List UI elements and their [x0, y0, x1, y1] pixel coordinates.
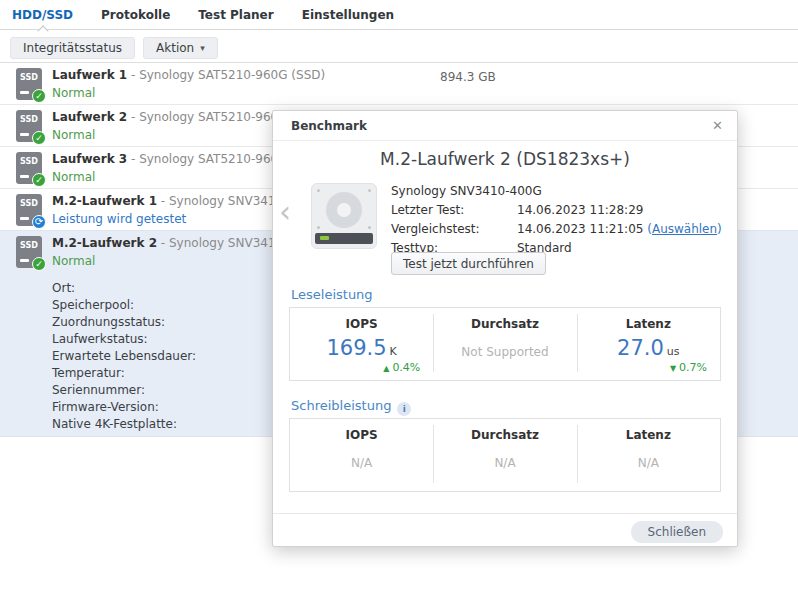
read-throughput-column: Durchsatz Not Supported [433, 308, 576, 380]
ssd-icon-label: SSD [16, 157, 42, 166]
tab-label: Test Planer [198, 8, 273, 22]
column-header-latenz: Latenz [577, 317, 720, 331]
tab-label: Protokolle [101, 8, 170, 22]
status-ok-icon: ✓ [32, 131, 46, 145]
caret-down-icon: ▾ [200, 43, 205, 53]
tab-label: HDD/SSD [12, 8, 73, 22]
write-iops-value: N/A [290, 456, 433, 470]
ssd-icon-label: SSD [16, 199, 42, 208]
ssd-connector [20, 91, 29, 94]
write-latency-value: N/A [577, 456, 720, 470]
read-iops-unit: K [390, 345, 397, 358]
write-latency-column: Latenz N/A [577, 419, 720, 491]
read-throughput-value: Not Supported [433, 345, 576, 359]
action-dropdown-button[interactable]: Aktion ▾ [143, 37, 218, 59]
compare-test-label: Vergleichstest: [391, 220, 517, 239]
column-header-durchsatz: Durchsatz [433, 317, 576, 331]
trend-up-icon: ▲ [383, 364, 389, 373]
ssd-icon-label: SSD [16, 73, 42, 82]
drive-base [315, 233, 373, 244]
tab-einstellungen[interactable]: Einstellungen [302, 0, 394, 30]
m2-drive-icon [311, 183, 377, 249]
drive-model: - Synology SAT5210-960G (SSD) [127, 68, 325, 82]
write-throughput-value: N/A [433, 456, 576, 470]
drive-name: M.2-Laufwerk 1 [52, 194, 157, 208]
ssd-connector [20, 217, 29, 220]
ssd-drive-icon: SSD ⟳ [16, 194, 42, 226]
integrity-status-label: Integritätsstatus [23, 41, 122, 55]
column-header-durchsatz: Durchsatz [433, 428, 576, 442]
drive-led [320, 236, 329, 240]
tab-hdd-ssd[interactable]: HDD/SSD [12, 0, 73, 30]
ssd-drive-icon: SSD ✓ [16, 236, 42, 268]
drive-row-laufwerk-1[interactable]: SSD ✓ Laufwerk 1 - Synology SAT5210-960G… [0, 62, 798, 104]
write-throughput-column: Durchsatz N/A [433, 419, 576, 491]
read-latency-column: Latenz 27.0us ▼0.7% [577, 308, 720, 380]
close-icon[interactable]: ✕ [712, 111, 723, 141]
info-icon[interactable]: i [397, 402, 411, 416]
write-performance-table: IOPS N/A Durchsatz N/A Latenz N/A [289, 418, 721, 492]
last-test-value: 14.06.2023 11:28:29 [517, 203, 643, 217]
write-iops-column: IOPS N/A [290, 419, 433, 491]
read-latency-unit: us [667, 345, 680, 358]
status-ok-icon: ✓ [32, 173, 46, 187]
drive-capacity: 894.3 GB [440, 70, 496, 84]
ssd-connector [20, 259, 29, 262]
ssd-connector [20, 133, 29, 136]
column-header-iops: IOPS [290, 428, 433, 442]
read-iops-delta: 0.4% [392, 361, 420, 374]
drive-name: Laufwerk 3 [52, 152, 127, 166]
write-performance-title: Schreibleistungi [291, 398, 411, 416]
ssd-icon-label: SSD [16, 241, 42, 250]
dialog-footer: Schließen [273, 513, 737, 547]
ssd-connector [20, 175, 29, 178]
benchmark-drive-title: M.2-Laufwerk 2 (DS1823xs+) [273, 149, 737, 169]
drive-platter [326, 192, 362, 228]
ssd-drive-icon: SSD ✓ [16, 152, 42, 184]
dialog-header: Benchmark ✕ [273, 111, 737, 141]
read-iops-value: 169.5 [326, 336, 386, 360]
storage-manager-screen: HDD/SSD Protokolle Test Planer Einstellu… [0, 0, 798, 600]
ssd-drive-icon: SSD ✓ [16, 110, 42, 142]
read-latency-delta: 0.7% [679, 361, 707, 374]
status-testing-icon: ⟳ [32, 215, 46, 229]
drive-name: M.2-Laufwerk 2 [52, 236, 157, 250]
select-compare-link[interactable]: (Auswählen) [647, 222, 722, 236]
ssd-drive-icon: SSD ✓ [16, 68, 42, 100]
column-header-iops: IOPS [290, 317, 433, 331]
toolbar: Integritätsstatus Aktion ▾ [10, 37, 218, 59]
column-header-latenz: Latenz [577, 428, 720, 442]
dialog-title: Benchmark [291, 119, 367, 133]
close-button[interactable]: Schließen [631, 521, 723, 543]
read-latency-value: 27.0 [617, 336, 664, 360]
compare-test-value: 14.06.2023 11:21:05 [517, 222, 643, 236]
integrity-status-button[interactable]: Integritätsstatus [10, 37, 135, 59]
status-ok-icon: ✓ [32, 257, 46, 271]
read-performance-table: IOPS 169.5K ▲0.4% Durchsatz Not Supporte… [289, 307, 721, 381]
read-iops-column: IOPS 169.5K ▲0.4% [290, 308, 433, 380]
drive-info-block: Synology SNV3410-400G Letzter Test:14.06… [391, 182, 722, 258]
benchmark-dialog: Benchmark ✕ M.2-Laufwerk 2 (DS1823xs+) ‹… [272, 110, 738, 547]
active-tab-notch [37, 25, 48, 36]
drive-model-name: Synology SNV3410-400G [391, 182, 722, 201]
run-test-button[interactable]: Test jetzt durchführen [391, 252, 546, 275]
tab-label: Einstellungen [302, 8, 394, 22]
tab-protokolle[interactable]: Protokolle [101, 0, 170, 30]
last-test-label: Letzter Test: [391, 201, 517, 220]
drive-name: Laufwerk 2 [52, 110, 127, 124]
action-label: Aktion [156, 41, 194, 55]
tab-test-planer[interactable]: Test Planer [198, 0, 273, 30]
tab-bar: HDD/SSD Protokolle Test Planer Einstellu… [0, 0, 798, 30]
ssd-icon-label: SSD [16, 115, 42, 124]
read-performance-title: Leseleistung [291, 287, 373, 302]
drive-name: Laufwerk 1 [52, 68, 127, 82]
chevron-left-icon[interactable]: ‹ [279, 197, 291, 227]
status-ok-icon: ✓ [32, 89, 46, 103]
drive-status: Normal [52, 86, 325, 100]
trend-down-icon: ▼ [670, 364, 676, 373]
